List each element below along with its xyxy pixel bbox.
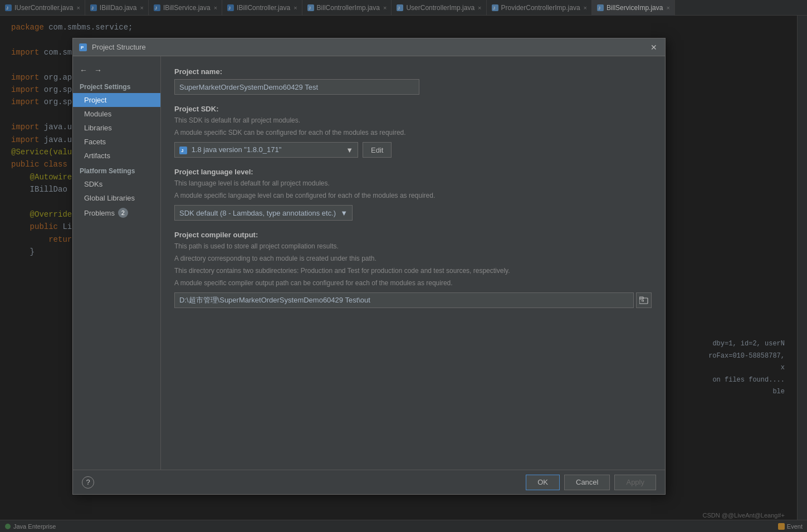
language-dropdown[interactable]: SDK default (8 - Lambdas, type annotatio… [174, 205, 353, 221]
compiler-section-title: Project compiler output: [174, 231, 652, 239]
nav-item-libraries[interactable]: Libraries [73, 121, 160, 135]
sdk-dropdown-arrow-icon: ▼ [346, 146, 353, 154]
nav-item-problems[interactable]: Problems 2 [73, 205, 160, 221]
nav-back-button[interactable]: ← [77, 64, 90, 76]
compiler-desc1: This path is used to store all project c… [174, 241, 652, 251]
nav-item-artifacts[interactable]: Artifacts [73, 149, 160, 163]
compiler-output-row [174, 292, 652, 308]
dialog-body: ← → Project Settings Project Modules Lib… [73, 56, 665, 470]
sdk-desc2: A module specific SDK can be configured … [174, 128, 652, 138]
edit-sdk-button[interactable]: Edit [363, 142, 392, 158]
sdk-section-title: Project SDK: [174, 105, 652, 113]
project-structure-dialog: P Project Structure ✕ ← → Project Settin… [72, 38, 666, 495]
browse-folder-button[interactable] [636, 292, 652, 308]
project-name-label: Project name: [174, 67, 652, 76]
project-settings-header: Project Settings [73, 81, 160, 93]
project-name-input[interactable] [174, 79, 419, 95]
svg-text:P: P [81, 45, 84, 50]
cancel-button[interactable]: Cancel [564, 475, 610, 490]
nav-forward-button[interactable]: → [92, 64, 104, 76]
dialog-icon: P [79, 43, 87, 52]
compiler-desc4: A module specific compiler output path c… [174, 278, 652, 288]
dialog-close-button[interactable]: ✕ [648, 42, 659, 53]
compiler-desc3: This directory contains two subdirectori… [174, 266, 652, 276]
language-dropdown-arrow-icon: ▼ [340, 209, 348, 217]
nav-item-sdks[interactable]: SDKs [73, 177, 160, 191]
nav-item-project[interactable]: Project [73, 93, 160, 107]
nav-toolbar: ← → [73, 62, 160, 79]
compiler-output-input[interactable] [174, 292, 634, 308]
dialog-main-content: Project name: Project SDK: This SDK is d… [161, 56, 665, 470]
sdk-desc1: This SDK is default for all project modu… [174, 115, 652, 125]
apply-button: Apply [614, 475, 656, 490]
language-desc1: This language level is default for all p… [174, 178, 652, 188]
language-desc2: A module specific language level can be … [174, 191, 652, 201]
nav-item-global-libraries[interactable]: Global Libraries [73, 191, 160, 205]
svg-text:J: J [181, 148, 183, 153]
nav-item-modules[interactable]: Modules [73, 107, 160, 121]
language-section-title: Project language level: [174, 168, 652, 176]
ok-button[interactable]: OK [526, 475, 560, 490]
dialog-title-text: Project Structure [92, 43, 648, 51]
nav-item-facets[interactable]: Facets [73, 135, 160, 149]
problems-badge: 2 [118, 208, 128, 218]
sdk-dropdown-value: J 1.8 java version "1.8.0_171" [179, 145, 281, 154]
help-button[interactable]: ? [82, 476, 94, 489]
sdk-row: J 1.8 java version "1.8.0_171" ▼ Edit [174, 142, 652, 158]
dialog-title-bar: P Project Structure ✕ [73, 38, 665, 56]
compiler-desc2: A directory corresponding to each module… [174, 253, 652, 263]
dialog-nav: ← → Project Settings Project Modules Lib… [73, 56, 161, 470]
dialog-footer: ? OK Cancel Apply [73, 470, 665, 494]
sdk-dropdown[interactable]: J 1.8 java version "1.8.0_171" ▼ [174, 142, 358, 158]
platform-settings-header: Platform Settings [73, 165, 160, 177]
language-dropdown-value: SDK default (8 - Lambdas, type annotatio… [179, 209, 336, 217]
